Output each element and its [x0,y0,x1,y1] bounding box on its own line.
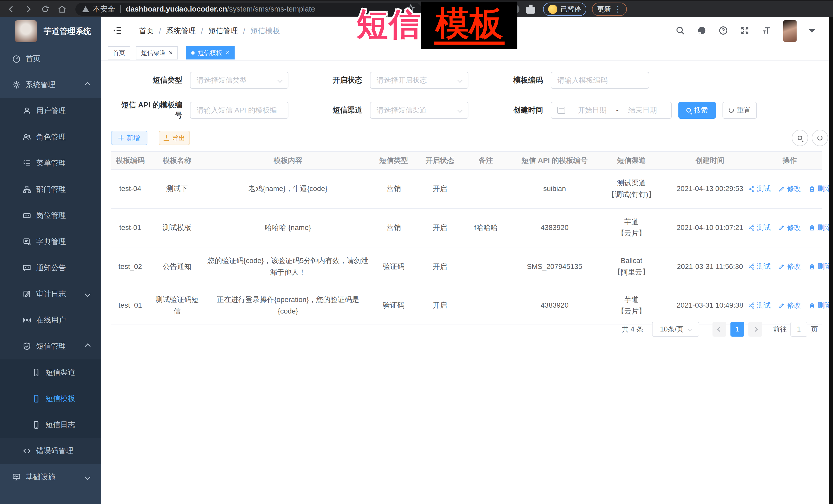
sidebar-item-role-mgmt[interactable]: 角色管理 [0,124,101,150]
open-status-select[interactable]: 请选择开启状态 [370,72,469,89]
sidebar-item-menu-mgmt[interactable]: 菜单管理 [0,150,101,176]
sidebar-item-home[interactable]: 首页 [0,46,101,72]
help-icon[interactable] [719,26,728,36]
delete-link[interactable]: 删除 [809,222,831,233]
pagination-total: 共 4 条 [622,325,643,334]
sidebar-item-audit-log[interactable]: 审计日志 [0,281,101,307]
org-tree-icon [22,185,31,194]
template-code-input[interactable] [551,72,649,88]
edit-link[interactable]: 修改 [778,222,801,233]
filter-create-time: 创建时间 开始日期 - 结束日期 [475,102,672,119]
breadcrumb-sms[interactable]: 短信管理 [208,26,238,36]
api-template-id-input[interactable] [190,102,288,118]
delete-link[interactable]: 删除 [809,183,831,194]
github-icon[interactable] [697,26,706,36]
sidebar-item-online-users[interactable]: 在线用户 [0,307,101,333]
sidebar-item-sms-channel[interactable]: 短信渠道 [0,359,101,386]
reset-button[interactable]: 重置 [722,102,757,119]
phone-icon [31,394,41,403]
search-icon[interactable] [675,26,685,36]
tag-home[interactable]: 首页 [108,46,130,59]
date-range-picker[interactable]: 开始日期 - 结束日期 [551,102,672,119]
update-button[interactable]: 更新 ⋮ [592,3,627,16]
sidebar-item-user-mgmt[interactable]: 用户管理 [0,98,101,124]
content: 短信类型 请选择短信类型 开启状态 请选择开启状态 模板编码 [101,61,833,466]
test-link[interactable]: 测试 [748,261,771,272]
template-code-input-wrap [551,72,649,89]
extension-orange-icon[interactable] [431,5,440,14]
sidebar-item-system-mgmt[interactable]: 系统管理 [0,72,101,98]
close-icon[interactable] [169,51,173,55]
home-icon[interactable] [56,4,68,15]
edit-link[interactable]: 修改 [778,183,801,194]
calendar-icon [557,106,565,114]
bookmark-star-icon[interactable] [407,4,415,14]
shield-check-icon [22,342,31,351]
sidebar-item-errorcode-mgmt[interactable]: 错误码管理 [0,438,101,464]
extension-person-icon[interactable] [510,5,519,14]
search-button[interactable]: 搜索 [679,102,716,119]
avatar-dropdown-caret-icon[interactable] [809,29,815,33]
extension-grid-icon[interactable] [478,5,487,14]
sidebar-item-dict-mgmt[interactable]: 字典管理 [0,229,101,255]
tag-sms-channel[interactable]: 短信渠道 [136,46,178,59]
font-size-icon[interactable] [762,26,771,36]
sidebar-item-dept-mgmt[interactable]: 部门管理 [0,176,101,202]
breadcrumb-system[interactable]: 系统管理 [166,26,196,36]
delete-link[interactable]: 删除 [809,261,831,272]
sidebar-item-sms-template[interactable]: 短信模板 [0,386,101,412]
delete-link[interactable]: 删除 [809,300,831,311]
page-header: 首页 / 系统管理 / 短信管理 / 短信模板 [101,17,833,45]
main-area: 首页 / 系统管理 / 短信管理 / 短信模板 首页 [101,17,833,504]
sidebar-item-post-mgmt[interactable]: 岗位管理 [0,202,101,229]
edit-link[interactable]: 修改 [778,300,801,311]
export-button[interactable]: 导出 [159,131,190,145]
breadcrumb-home[interactable]: 首页 [139,26,154,36]
forward-icon[interactable] [23,4,34,15]
online-signal-icon [22,316,31,325]
extension-list-on-icon[interactable] [494,5,503,14]
badge-icon [22,211,31,220]
sms-type-select[interactable]: 请选择短信类型 [190,72,288,89]
back-icon[interactable] [6,4,17,15]
test-link[interactable]: 测试 [748,300,771,311]
test-link[interactable]: 测试 [748,183,771,194]
prev-page-button[interactable] [713,322,727,337]
logo-image [15,20,37,42]
edit-link[interactable]: 修改 [778,261,801,272]
scrollbar-strip[interactable] [829,17,833,504]
sidebar-item-infrastructure[interactable]: 基础设施 [0,464,101,490]
extensions-puzzle-icon[interactable] [526,5,536,14]
page-size-select[interactable]: 10条/页 [652,322,699,337]
fullscreen-icon[interactable] [740,26,749,36]
extension-blue-drop-icon[interactable] [447,5,456,14]
current-page[interactable]: 1 [731,322,744,337]
user-icon [22,106,31,116]
filter-sms-type: 短信类型 请选择短信类型 [114,72,288,89]
toggle-search-button[interactable] [792,130,808,146]
address-bar[interactable]: 不安全 dashboard.yudao.iocoder.cn /system/s… [75,3,422,16]
collapse-menu-icon[interactable] [112,25,123,37]
page-jump-input[interactable] [790,322,807,337]
profile-paused-pill[interactable]: 已暂停 [543,3,586,16]
refresh-table-button[interactable] [812,130,828,146]
tag-sms-template[interactable]: 短信模板 [186,46,235,59]
code-icon [22,446,31,456]
browser-menu-dots-icon[interactable]: ⋮ [614,5,622,13]
next-page-button[interactable] [748,322,762,337]
sidebar-item-sms-log[interactable]: 短信日志 [0,412,101,438]
sidebar-item-notice[interactable]: 通知公告 [0,255,101,281]
add-button[interactable]: 新增 [111,131,147,145]
reload-icon[interactable] [40,4,51,15]
extension-green-v-icon[interactable] [462,5,472,14]
chevron-down-icon [85,474,91,480]
sidebar-logo[interactable]: 芋道管理系统 [0,17,101,46]
test-link[interactable]: 测试 [748,222,771,233]
close-icon[interactable] [225,51,230,55]
breadcrumb: 首页 / 系统管理 / 短信管理 / 短信模板 [139,26,280,36]
sidebar-item-sms-mgmt[interactable]: 短信管理 [0,333,101,359]
monitor-icon [12,473,21,482]
sms-channel-select[interactable]: 请选择短信渠道 [370,102,469,119]
avatar[interactable] [783,20,796,42]
refresh-icon [729,108,734,113]
